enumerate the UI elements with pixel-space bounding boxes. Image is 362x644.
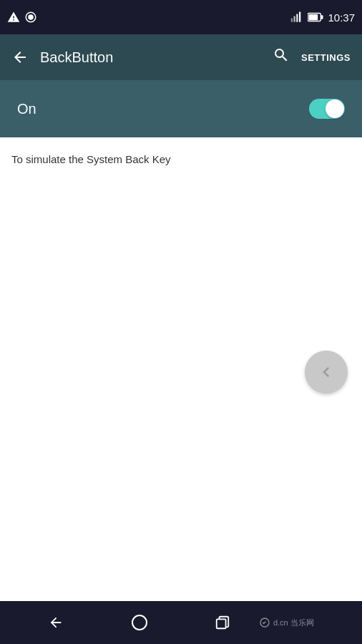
svg-rect-3: [294, 16, 295, 22]
settings-button[interactable]: SETTINGS: [301, 52, 351, 63]
nav-recents-icon: [215, 615, 230, 630]
record-icon: [24, 11, 37, 24]
status-right-icons: 10:37: [290, 11, 355, 24]
battery-icon: [308, 12, 323, 22]
floating-back-button[interactable]: [305, 351, 348, 394]
clock: 10:37: [328, 11, 355, 24]
nav-back-icon: [48, 615, 64, 630]
nav-recents-button[interactable]: [215, 615, 230, 630]
signal-icon: [290, 11, 303, 24]
toggle-thumb: [326, 99, 344, 118]
svg-rect-9: [217, 619, 226, 628]
nav-home-button[interactable]: [132, 615, 147, 630]
svg-rect-8: [309, 14, 318, 20]
toolbar: BackButton SETTINGS: [0, 34, 362, 80]
svg-rect-2: [291, 19, 293, 22]
on-off-toggle[interactable]: [309, 99, 345, 119]
description-text: To simulate the System Back Key: [0, 137, 362, 182]
watermark: d.cn 当乐网: [259, 617, 314, 628]
status-bar: 10:37: [0, 0, 362, 34]
svg-rect-4: [297, 14, 298, 22]
warning-icon: [7, 11, 20, 24]
nav-home-icon: [132, 615, 147, 630]
back-button[interactable]: [11, 49, 29, 66]
search-button[interactable]: [273, 47, 290, 68]
svg-rect-7: [321, 15, 323, 19]
nav-back-button[interactable]: [48, 615, 64, 630]
svg-point-1: [28, 14, 34, 20]
toggle-label: On: [17, 101, 36, 117]
toggle-row: On: [0, 80, 362, 137]
bottom-nav: d.cn 当乐网: [0, 601, 362, 644]
svg-rect-5: [299, 12, 300, 22]
status-left-icons: [7, 11, 37, 24]
watermark-icon: [259, 617, 270, 628]
toolbar-title: BackButton: [40, 49, 261, 66]
